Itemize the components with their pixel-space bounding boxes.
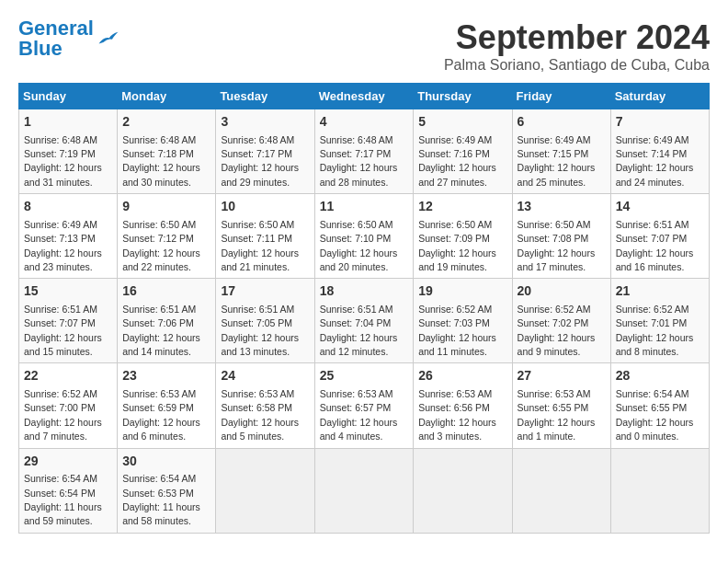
sunrise-info: Sunrise: 6:53 AM xyxy=(320,388,393,399)
calendar-cell xyxy=(414,448,512,533)
day-number: 14 xyxy=(616,198,704,216)
day-number: 18 xyxy=(320,282,409,301)
logo-blue: Blue xyxy=(18,37,63,60)
sunset-info: Sunset: 6:55 PM xyxy=(616,402,688,413)
sunset-info: Sunset: 7:08 PM xyxy=(518,233,589,244)
calendar-cell: 17 Sunrise: 6:51 AM Sunset: 7:05 PM Dayl… xyxy=(216,279,314,363)
sunrise-info: Sunrise: 6:54 AM xyxy=(24,473,97,484)
daylight-info: Daylight: 12 hours and 28 minutes. xyxy=(320,162,398,187)
daylight-info: Daylight: 12 hours and 7 minutes. xyxy=(24,417,102,442)
daylight-info: Daylight: 12 hours and 29 minutes. xyxy=(221,162,299,187)
sunrise-info: Sunrise: 6:50 AM xyxy=(221,219,294,230)
day-number: 22 xyxy=(24,367,112,385)
calendar-cell: 3 Sunrise: 6:48 AM Sunset: 7:17 PM Dayli… xyxy=(216,109,314,194)
sunset-info: Sunset: 7:15 PM xyxy=(518,148,589,159)
sunset-info: Sunset: 7:00 PM xyxy=(24,402,96,413)
daylight-info: Daylight: 11 hours and 59 minutes. xyxy=(24,501,102,526)
calendar-cell: 27 Sunrise: 6:53 AM Sunset: 6:55 PM Dayl… xyxy=(512,363,610,448)
header-monday: Monday xyxy=(118,84,216,109)
daylight-info: Daylight: 12 hours and 25 minutes. xyxy=(518,162,596,187)
daylight-info: Daylight: 12 hours and 22 minutes. xyxy=(122,247,200,272)
day-number: 25 xyxy=(320,367,409,385)
calendar-week-row: 15 Sunrise: 6:51 AM Sunset: 7:07 PM Dayl… xyxy=(19,279,710,363)
sunset-info: Sunset: 6:54 PM xyxy=(24,488,96,499)
calendar-cell: 16 Sunrise: 6:51 AM Sunset: 7:06 PM Dayl… xyxy=(118,279,216,363)
daylight-info: Daylight: 11 hours and 58 minutes. xyxy=(122,501,200,526)
calendar-cell: 21 Sunrise: 6:52 AM Sunset: 7:01 PM Dayl… xyxy=(610,279,709,363)
calendar-cell: 28 Sunrise: 6:54 AM Sunset: 6:55 PM Dayl… xyxy=(610,363,709,448)
daylight-info: Daylight: 12 hours and 4 minutes. xyxy=(320,417,398,442)
sunrise-info: Sunrise: 6:48 AM xyxy=(221,134,294,145)
calendar-cell: 2 Sunrise: 6:48 AM Sunset: 7:18 PM Dayli… xyxy=(118,109,216,194)
calendar-week-row: 1 Sunrise: 6:48 AM Sunset: 7:19 PM Dayli… xyxy=(19,109,710,194)
sunrise-info: Sunrise: 6:49 AM xyxy=(616,134,689,145)
logo-bird-icon xyxy=(97,30,119,47)
title-section: September 2024 Palma Soriano, Santiago d… xyxy=(444,18,710,74)
calendar-cell xyxy=(216,448,314,533)
daylight-info: Daylight: 12 hours and 17 minutes. xyxy=(518,247,596,272)
daylight-info: Daylight: 12 hours and 1 minute. xyxy=(518,417,596,442)
sunset-info: Sunset: 6:56 PM xyxy=(418,402,490,413)
sunrise-info: Sunrise: 6:48 AM xyxy=(122,134,196,145)
sunrise-info: Sunrise: 6:49 AM xyxy=(24,219,97,230)
sunset-info: Sunset: 6:58 PM xyxy=(221,402,292,413)
day-number: 2 xyxy=(122,113,210,132)
daylight-info: Daylight: 12 hours and 19 minutes. xyxy=(418,247,496,272)
header-sunday: Sunday xyxy=(19,84,118,109)
sunset-info: Sunset: 7:02 PM xyxy=(518,317,589,328)
calendar-cell: 13 Sunrise: 6:50 AM Sunset: 7:08 PM Dayl… xyxy=(512,194,610,279)
sunset-info: Sunset: 6:53 PM xyxy=(122,488,194,499)
calendar-cell: 7 Sunrise: 6:49 AM Sunset: 7:14 PM Dayli… xyxy=(610,109,709,194)
calendar-cell: 15 Sunrise: 6:51 AM Sunset: 7:07 PM Dayl… xyxy=(19,279,118,363)
calendar-cell: 6 Sunrise: 6:49 AM Sunset: 7:15 PM Dayli… xyxy=(512,109,610,194)
calendar-cell: 30 Sunrise: 6:54 AM Sunset: 6:53 PM Dayl… xyxy=(118,448,216,533)
calendar-cell xyxy=(610,448,709,533)
calendar-cell: 24 Sunrise: 6:53 AM Sunset: 6:58 PM Dayl… xyxy=(216,363,314,448)
daylight-info: Daylight: 12 hours and 11 minutes. xyxy=(418,332,496,357)
calendar-cell: 20 Sunrise: 6:52 AM Sunset: 7:02 PM Dayl… xyxy=(512,279,610,363)
sunset-info: Sunset: 6:55 PM xyxy=(518,402,589,413)
sunrise-info: Sunrise: 6:53 AM xyxy=(122,388,196,399)
day-number: 24 xyxy=(221,367,309,385)
daylight-info: Daylight: 12 hours and 30 minutes. xyxy=(122,162,200,187)
sunrise-info: Sunrise: 6:51 AM xyxy=(320,304,393,315)
day-number: 13 xyxy=(518,198,606,216)
sunrise-info: Sunrise: 6:48 AM xyxy=(320,134,393,145)
sunrise-info: Sunrise: 6:54 AM xyxy=(122,473,196,484)
calendar-cell xyxy=(512,448,610,533)
daylight-info: Daylight: 12 hours and 15 minutes. xyxy=(24,332,102,357)
calendar-cell: 4 Sunrise: 6:48 AM Sunset: 7:17 PM Dayli… xyxy=(314,109,414,194)
day-number: 9 xyxy=(122,198,210,216)
sunrise-info: Sunrise: 6:51 AM xyxy=(122,304,196,315)
day-number: 6 xyxy=(518,113,606,132)
logo: General Blue xyxy=(18,18,119,59)
daylight-info: Daylight: 12 hours and 23 minutes. xyxy=(24,247,102,272)
day-number: 10 xyxy=(221,198,309,216)
daylight-info: Daylight: 12 hours and 6 minutes. xyxy=(122,417,200,442)
sunrise-info: Sunrise: 6:52 AM xyxy=(518,304,591,315)
sunset-info: Sunset: 7:19 PM xyxy=(24,148,96,159)
calendar-cell xyxy=(314,448,414,533)
sunrise-info: Sunrise: 6:53 AM xyxy=(518,388,591,399)
sunrise-info: Sunrise: 6:50 AM xyxy=(320,219,393,230)
calendar-cell: 26 Sunrise: 6:53 AM Sunset: 6:56 PM Dayl… xyxy=(414,363,512,448)
sunrise-info: Sunrise: 6:50 AM xyxy=(518,219,591,230)
sunrise-info: Sunrise: 6:54 AM xyxy=(616,388,689,399)
calendar-cell: 11 Sunrise: 6:50 AM Sunset: 7:10 PM Dayl… xyxy=(314,194,414,279)
logo-text: General Blue xyxy=(18,18,94,59)
day-number: 7 xyxy=(616,113,704,132)
header-tuesday: Tuesday xyxy=(216,84,314,109)
daylight-info: Daylight: 12 hours and 24 minutes. xyxy=(616,162,694,187)
sunrise-info: Sunrise: 6:52 AM xyxy=(24,388,97,399)
sunset-info: Sunset: 7:07 PM xyxy=(24,317,96,328)
daylight-info: Daylight: 12 hours and 12 minutes. xyxy=(320,332,398,357)
daylight-info: Daylight: 12 hours and 20 minutes. xyxy=(320,247,398,272)
sunset-info: Sunset: 6:57 PM xyxy=(320,402,392,413)
calendar-cell: 29 Sunrise: 6:54 AM Sunset: 6:54 PM Dayl… xyxy=(19,448,118,533)
sunset-info: Sunset: 7:05 PM xyxy=(221,317,292,328)
day-number: 16 xyxy=(122,282,210,301)
calendar-cell: 22 Sunrise: 6:52 AM Sunset: 7:00 PM Dayl… xyxy=(19,363,118,448)
sunset-info: Sunset: 6:59 PM xyxy=(122,402,194,413)
day-number: 15 xyxy=(24,282,112,301)
header-friday: Friday xyxy=(512,84,610,109)
